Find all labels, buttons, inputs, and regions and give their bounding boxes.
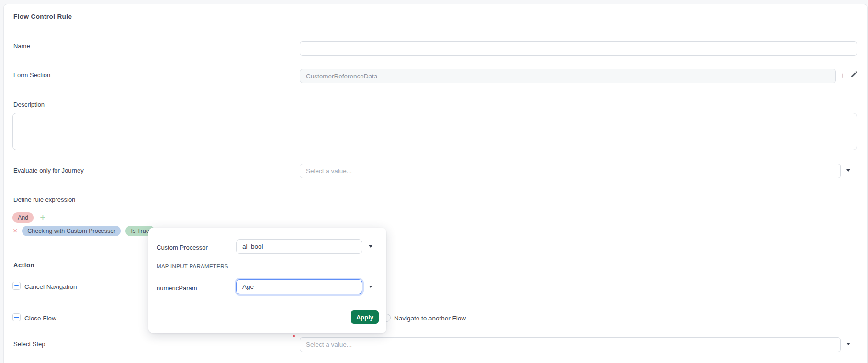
description-label: Description: [13, 101, 45, 108]
flow-control-rule-panel: [3, 4, 868, 363]
condition-chip[interactable]: Checking with Custom Processor: [22, 226, 121, 236]
close-flow-checkbox[interactable]: [12, 313, 21, 321]
required-indicator: [293, 335, 295, 337]
description-textarea[interactable]: [12, 113, 857, 150]
indeterminate-dash-icon: [14, 317, 19, 318]
download-arrow-icon[interactable]: ↓: [841, 71, 845, 79]
journey-select-input[interactable]: [300, 164, 841, 178]
select-step-input[interactable]: [300, 337, 841, 352]
indeterminate-dash-icon: [14, 285, 19, 286]
expression-operator-row: And +: [12, 212, 46, 223]
page-title: Flow Control Rule: [13, 13, 72, 20]
edit-icon[interactable]: [850, 70, 858, 78]
form-section-input[interactable]: [300, 69, 836, 83]
name-label: Name: [13, 43, 30, 50]
name-input[interactable]: [300, 41, 857, 56]
form-section-label: Form Section: [13, 71, 50, 78]
section-divider: [12, 245, 857, 245]
close-flow-label: Close Flow: [24, 315, 56, 322]
cancel-navigation-checkbox[interactable]: [12, 282, 21, 290]
custom-processor-popup: Custom Processor MAP INPUT PARAMETERS nu…: [148, 228, 386, 333]
navigate-flow-label: Navigate to another Flow: [394, 315, 466, 322]
select-step-label: Select Step: [13, 341, 45, 348]
select-step-dropdown-caret-icon[interactable]: [846, 343, 850, 345]
map-input-parameters-header: MAP INPUT PARAMETERS: [157, 264, 228, 269]
cancel-navigation-label: Cancel Navigation: [24, 283, 77, 290]
journey-dropdown-caret-icon[interactable]: [846, 169, 850, 172]
custom-processor-caret-icon[interactable]: [369, 245, 372, 248]
add-condition-icon[interactable]: +: [40, 213, 45, 222]
custom-processor-label: Custom Processor: [157, 244, 208, 251]
rule-expression-label: Define rule expression: [13, 196, 75, 203]
action-section-title: Action: [13, 262, 34, 269]
numeric-param-label: numericParam: [157, 285, 197, 292]
numeric-param-caret-icon[interactable]: [369, 286, 372, 288]
remove-condition-icon[interactable]: ×: [13, 227, 17, 235]
custom-processor-input[interactable]: [236, 239, 362, 254]
operator-chip[interactable]: And: [12, 212, 34, 223]
numeric-param-input[interactable]: [236, 279, 362, 294]
apply-button[interactable]: Apply: [351, 310, 379, 324]
expression-condition-row: × Checking with Custom Processor Is True: [13, 226, 155, 236]
journey-label: Evaluate only for Journey: [13, 167, 84, 174]
